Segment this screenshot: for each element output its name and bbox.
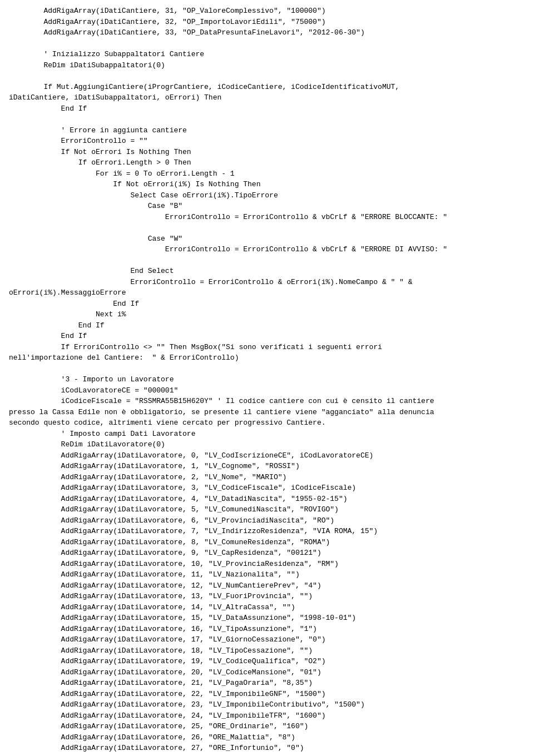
code-content: AddRigaArray(iDatiCantiere, 31, "OP_Valo… xyxy=(0,0,534,756)
code-line-26: ErroriControllo = ErroriControllo & oErr… xyxy=(9,278,413,286)
code-line-68: AddRigaArray(iDatiLavoratore, 26, "ORE_M… xyxy=(9,733,295,742)
code-line-32: If ErroriControllo <> "" Then MsgBox("Si… xyxy=(9,343,382,351)
code-line-25: End Select xyxy=(9,267,174,275)
code-line-53: AddRigaArray(iDatiLavoratore, 11, "LV_Na… xyxy=(9,570,300,579)
code-line-43: AddRigaArray(iDatiLavoratore, 1, "LV_Cog… xyxy=(9,462,300,470)
code-line-46: AddRigaArray(iDatiLavoratore, 4, "LV_Dat… xyxy=(9,495,348,503)
code-line-69: AddRigaArray(iDatiLavoratore, 27, "ORE_I… xyxy=(9,744,304,752)
code-line-64: AddRigaArray(iDatiLavoratore, 22, "LV_Im… xyxy=(9,690,326,698)
code-line-22: Case "W" xyxy=(9,235,182,243)
code-line-41: ReDim iDatiLavoratore(0) xyxy=(9,440,165,449)
code-line-18: Select Case oErrori(i%).TipoErrore xyxy=(9,191,278,200)
code-line-38: presso la Cassa Edile non è obbligatorio… xyxy=(9,408,434,416)
code-line-44: AddRigaArray(iDatiLavoratore, 2, "LV_Nom… xyxy=(9,473,286,481)
code-line-62: AddRigaArray(iDatiLavoratore, 20, "LV_Co… xyxy=(9,668,322,677)
code-line-59: AddRigaArray(iDatiLavoratore, 17, "LV_Gi… xyxy=(9,635,326,644)
code-line-54: AddRigaArray(iDatiLavoratore, 12, "LV_Nu… xyxy=(9,581,322,590)
code-line-9: iDatiCantiere, iDatiSubappaltatori, oErr… xyxy=(9,93,221,102)
code-line-56: AddRigaArray(iDatiLavoratore, 14, "LV_Al… xyxy=(9,603,295,611)
code-line-42: AddRigaArray(iDatiLavoratore, 0, "LV_Cod… xyxy=(9,451,373,460)
code-line-3: AddRigaArray(iDatiCantiere, 33, "OP_Data… xyxy=(9,28,365,37)
code-line-14: If Not oErrori Is Nothing Then xyxy=(9,148,191,156)
code-line-15: If oErrori.Length > 0 Then xyxy=(9,158,191,167)
code-line-67: AddRigaArray(iDatiLavoratore, 25, "ORE_O… xyxy=(9,722,308,730)
code-line-13: ErroriControllo = "" xyxy=(9,137,148,145)
code-line-12: ' Errore in aggiunta cantiere xyxy=(9,126,187,135)
code-line-6: ReDim iDatiSubappaltatori(0) xyxy=(9,61,165,69)
code-line-66: AddRigaArray(iDatiLavoratore, 24, "LV_Im… xyxy=(9,712,326,720)
code-line-65: AddRigaArray(iDatiLavoratore, 23, "LV_Im… xyxy=(9,700,365,709)
code-line-35: '3 - Importo un Lavoratore xyxy=(9,375,174,384)
code-line-50: AddRigaArray(iDatiLavoratore, 8, "LV_Com… xyxy=(9,538,330,546)
code-line-39: secondo questo codice, altrimenti viene … xyxy=(9,419,326,427)
code-line-16: For i% = 0 To oErrori.Length - 1 xyxy=(9,170,235,178)
code-line-28: End If xyxy=(9,300,139,308)
code-line-58: AddRigaArray(iDatiLavoratore, 16, "LV_Ti… xyxy=(9,625,317,633)
code-line-55: AddRigaArray(iDatiLavoratore, 13, "LV_Fu… xyxy=(9,592,313,600)
code-line-5: ' Inizializzo Subappaltatori Cantiere xyxy=(9,50,204,58)
code-line-52: AddRigaArray(iDatiLavoratore, 10, "LV_Pr… xyxy=(9,560,339,568)
code-line-2: AddRigaArray(iDatiCantiere, 32, "OP_Impo… xyxy=(9,18,326,26)
code-line-31: End If xyxy=(9,332,87,340)
code-line-20: ErroriControllo = ErroriControllo & vbCr… xyxy=(9,213,447,221)
code-line-63: AddRigaArray(iDatiLavoratore, 21, "LV_Pa… xyxy=(9,679,313,687)
code-line-61: AddRigaArray(iDatiLavoratore, 19, "LV_Co… xyxy=(9,657,326,665)
code-line-8: If Mut.AggiungiCantiere(iProgrCantiere, … xyxy=(9,83,399,91)
code-line-30: End If xyxy=(9,321,105,330)
code-line-33: nell'importazione del Cantiere: " & Erro… xyxy=(9,354,239,362)
code-line-19: Case "B" xyxy=(9,202,182,210)
code-line-60: AddRigaArray(iDatiLavoratore, 18, "LV_Ti… xyxy=(9,646,313,655)
code-line-27: oErrori(i%).MessaggioErrore xyxy=(9,289,126,297)
code-line-1: AddRigaArray(iDatiCantiere, 31, "OP_Valo… xyxy=(9,7,326,15)
code-line-47: AddRigaArray(iDatiLavoratore, 5, "LV_Com… xyxy=(9,505,339,514)
code-line-23: ErroriControllo = ErroriControllo & vbCr… xyxy=(9,245,447,253)
code-line-51: AddRigaArray(iDatiLavoratore, 9, "LV_Cap… xyxy=(9,549,322,557)
code-line-40: ' Imposto campi Dati Lavoratore xyxy=(9,430,195,438)
code-line-36: iCodLavoratoreCE = "000001" xyxy=(9,386,178,395)
code-line-37: iCodiceFiscale = "RSSMRA55B15H620Y" ' Il… xyxy=(9,397,434,405)
code-line-10: End If xyxy=(9,105,87,113)
code-line-49: AddRigaArray(iDatiLavoratore, 7, "LV_Ind… xyxy=(9,527,378,535)
code-line-57: AddRigaArray(iDatiLavoratore, 15, "LV_Da… xyxy=(9,614,356,622)
code-line-29: Next i% xyxy=(9,310,126,319)
code-line-48: AddRigaArray(iDatiLavoratore, 6, "LV_Pro… xyxy=(9,516,334,525)
code-line-17: If Not oErrori(i%) Is Nothing Then xyxy=(9,180,260,188)
code-line-45: AddRigaArray(iDatiLavoratore, 3, "LV_Cod… xyxy=(9,484,356,492)
